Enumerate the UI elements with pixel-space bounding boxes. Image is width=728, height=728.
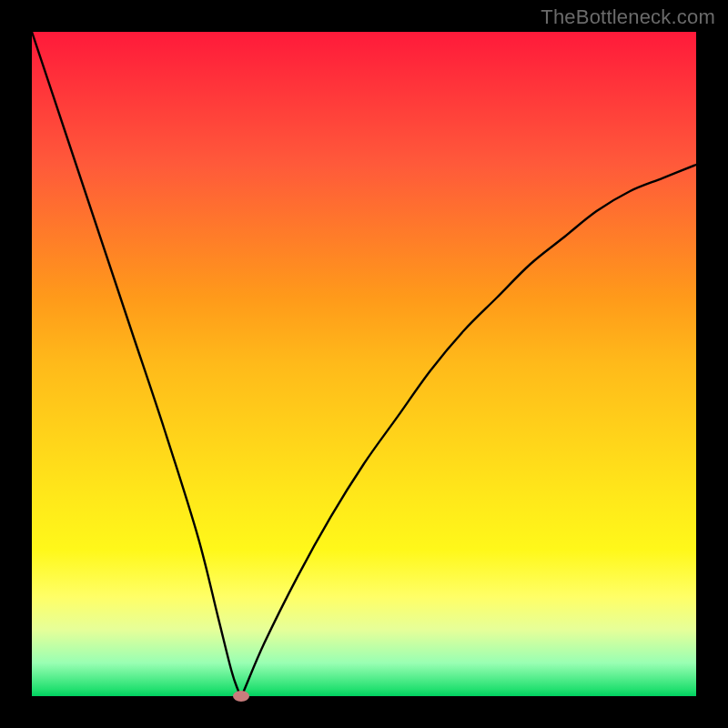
watermark-text: TheBottleneck.com: [541, 5, 715, 29]
minimum-marker: [233, 691, 249, 702]
curve-svg: [32, 32, 696, 696]
bottleneck-curve: [32, 32, 696, 696]
chart-frame: TheBottleneck.com: [0, 0, 728, 728]
plot-area: [32, 32, 696, 696]
